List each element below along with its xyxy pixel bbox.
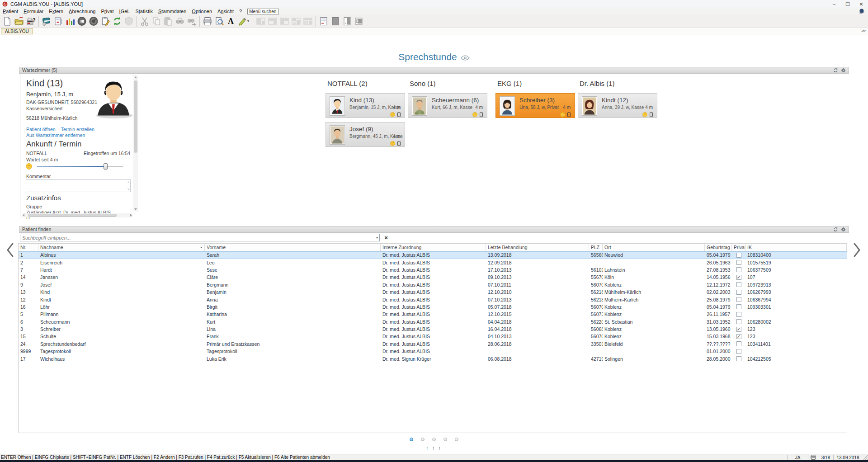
column-header-ik[interactable]: IK <box>745 244 847 251</box>
patient-card[interactable]: Kind (13)Benjamin, 15 J, m, Kasse4 m <box>326 93 405 118</box>
slider-thumb[interactable] <box>104 163 108 170</box>
resize-grip[interactable] <box>862 455 868 461</box>
privat-checkbox-unchecked[interactable] <box>736 319 741 324</box>
menu-[interactable]: ? <box>236 8 245 14</box>
privat-checkbox-checked[interactable]: ✓ <box>736 275 741 280</box>
search-dropdown-icon[interactable]: ▾ <box>376 236 378 240</box>
column-header-geburtstag[interactable]: Geburtstag <box>705 244 732 251</box>
menu-abrechnung[interactable]: Abrechnung <box>66 8 98 14</box>
status-print-icon[interactable] <box>808 455 818 460</box>
maximize-button[interactable]: ☐ <box>841 0 854 8</box>
pagination-dot[interactable] <box>455 438 458 441</box>
eraser-icon[interactable] <box>41 15 52 27</box>
new-document-icon[interactable] <box>1 15 13 27</box>
panel-overlay-icon[interactable] <box>353 15 365 27</box>
menu-privat[interactable]: Privat <box>98 8 116 14</box>
refresh-icon[interactable] <box>833 227 838 233</box>
table-row[interactable]: 14JanssenCläreDr. med. Justus ALBIS09.10… <box>19 273 847 281</box>
column-header-vorname[interactable]: Vorname <box>205 244 381 251</box>
patient-card[interactable]: Schreiber (3)Lina, 58 J, w, Privat4 m <box>495 93 575 118</box>
column-header-internezuordnung[interactable]: Interne Zuordnung <box>381 244 486 251</box>
menu-search-input[interactable]: Menü suchen <box>247 9 279 14</box>
pagination-dot[interactable] <box>421 438 425 441</box>
menu-statistik[interactable]: Statistik <box>132 8 156 14</box>
menu-stammdaten[interactable]: Stammdaten <box>156 8 189 14</box>
link-termin-erstellen[interactable]: Termin erstellen <box>61 127 94 132</box>
patient-card[interactable]: Kindt (12)Anna, 39 J, w, Kasse4 m <box>578 93 657 118</box>
privat-checkbox-unchecked[interactable] <box>736 356 741 361</box>
menu-ansicht[interactable]: Ansicht <box>215 8 236 14</box>
menu-optionen[interactable]: Optionen <box>189 8 215 14</box>
pagination-dot-active[interactable] <box>410 438 413 441</box>
phonebook-icon[interactable] <box>52 15 64 27</box>
table-row[interactable]: 9999TagesprotokollTagesprotokollDr. med.… <box>19 348 847 355</box>
patient-search-input[interactable] <box>20 234 379 241</box>
scroll-up-icon[interactable]: ˄ <box>127 181 129 184</box>
table-row[interactable]: 16LöhrBirgitDr. med. Justus ALBIS05.07.2… <box>19 303 847 311</box>
badge-camera-icon[interactable] <box>88 15 99 27</box>
table-row[interactable]: 9JosefBergmannDr. med. Justus ALBIS07.10… <box>19 281 847 288</box>
clear-search-icon[interactable]: × <box>382 234 390 241</box>
table-row[interactable]: 6ScheuermannKurtDr. med. Justus ALBIS04.… <box>19 318 847 325</box>
wait-time-slider[interactable] <box>37 166 123 167</box>
comment-textarea[interactable]: ˄ ˅ <box>26 179 131 192</box>
column-header-nachname[interactable]: Nachname▲ <box>38 244 205 251</box>
gear-icon[interactable] <box>841 68 846 74</box>
table-row[interactable]: 1AlbinusSarahDr. med. Justus ALBIS13.09.… <box>19 251 847 259</box>
column-header-privat[interactable]: Privat <box>732 244 745 251</box>
pagination-dot[interactable] <box>443 438 447 441</box>
column-header-ort[interactable]: Ort <box>603 244 705 251</box>
table-row[interactable]: 13KindBenjaminDr. med. Justus ALBIS12.10… <box>19 288 847 296</box>
pagination-up-arrows[interactable]: ↑ ↑ ↑ <box>0 446 868 451</box>
patient-card[interactable]: Scheuermann (6)Kurt, 66 J, m, Kasse4 m <box>408 93 487 118</box>
print-preview-icon[interactable] <box>213 15 225 27</box>
table-row[interactable]: 24SprechstundenbedarfPrimär und Ersatzka… <box>19 340 847 348</box>
column-header-nr[interactable]: Nr. <box>19 244 38 251</box>
tab-overflow-chevrons[interactable]: >> <box>861 28 865 33</box>
table-row[interactable]: 15SchulteFrankDr. med. Justus ALBIS04.10… <box>19 333 847 340</box>
table-row[interactable]: 7HardtSuseDr. med. Justus ALBIS17.10.201… <box>19 266 847 273</box>
open-folder-icon[interactable] <box>13 15 25 27</box>
bar-chart-icon[interactable] <box>64 15 76 27</box>
panel-solid-icon[interactable] <box>330 15 341 27</box>
privat-checkbox-checked[interactable]: ✓ <box>736 334 741 339</box>
font-icon[interactable]: A <box>225 15 237 27</box>
print-icon[interactable] <box>202 15 213 27</box>
privat-checkbox-checked[interactable]: ✓ <box>736 327 741 332</box>
privat-checkbox-unchecked[interactable] <box>736 297 741 302</box>
gear-icon[interactable] <box>841 227 846 233</box>
table-row[interactable]: 2EisenreichLeoDr. med. Justus ALBIS12.09… <box>19 259 847 266</box>
privat-checkbox-unchecked[interactable] <box>736 341 741 346</box>
refresh-icon[interactable] <box>111 15 123 27</box>
table-row[interactable]: 5PillmannKatharinaDr. med. Justus ALBIS1… <box>19 311 847 318</box>
privat-checkbox-unchecked[interactable] <box>736 260 741 265</box>
scroll-down-icon[interactable]: ˅ <box>127 188 129 191</box>
pagination-dot[interactable] <box>432 438 436 441</box>
privat-checkbox-unchecked[interactable] <box>736 349 741 354</box>
table-row[interactable]: 3SchreiberLinaDr. med. Justus ALBIS16.04… <box>19 325 847 333</box>
panel-right-icon[interactable] <box>341 15 353 27</box>
link-patient-öffnen[interactable]: Patient öffnen <box>26 127 56 132</box>
privat-checkbox-unchecked[interactable] <box>736 267 741 272</box>
page-left-arrow[interactable] <box>5 242 15 258</box>
link-aus-wartezimmer-entfernen[interactable]: Aus Wartezimmer entfernen <box>26 132 85 138</box>
table-row[interactable]: 17WichelhausLuka ErikDr. med. Sigrun Krü… <box>19 355 847 362</box>
refresh-icon[interactable] <box>833 68 838 74</box>
horizontal-scrollbar[interactable] <box>22 213 133 217</box>
tab-albis-you[interactable]: ALBIS.YOU <box>1 28 33 34</box>
menu-igel[interactable]: IGeL <box>117 8 133 14</box>
close-button[interactable]: ✕ <box>854 0 868 8</box>
eye-icon[interactable] <box>461 52 470 63</box>
column-header-plz[interactable]: PLZ <box>589 244 603 251</box>
table-row[interactable]: 12KindtAnnaDr. med. Justus ALBIS07.10.20… <box>19 296 847 303</box>
menu-formular[interactable]: Formular <box>21 8 46 14</box>
card-reader-icon[interactable]: ? <box>25 15 37 27</box>
privat-checkbox-unchecked[interactable] <box>736 282 741 287</box>
privat-checkbox-unchecked[interactable] <box>736 253 741 258</box>
privat-checkbox-unchecked[interactable] <box>736 290 741 295</box>
vertical-scrollbar[interactable] <box>133 75 138 212</box>
clipboard-pen-icon[interactable] <box>99 15 111 27</box>
badge-barcode-icon[interactable] <box>76 15 88 27</box>
minimize-button[interactable]: – <box>827 0 841 8</box>
menu-patient[interactable]: Patient <box>0 8 21 14</box>
